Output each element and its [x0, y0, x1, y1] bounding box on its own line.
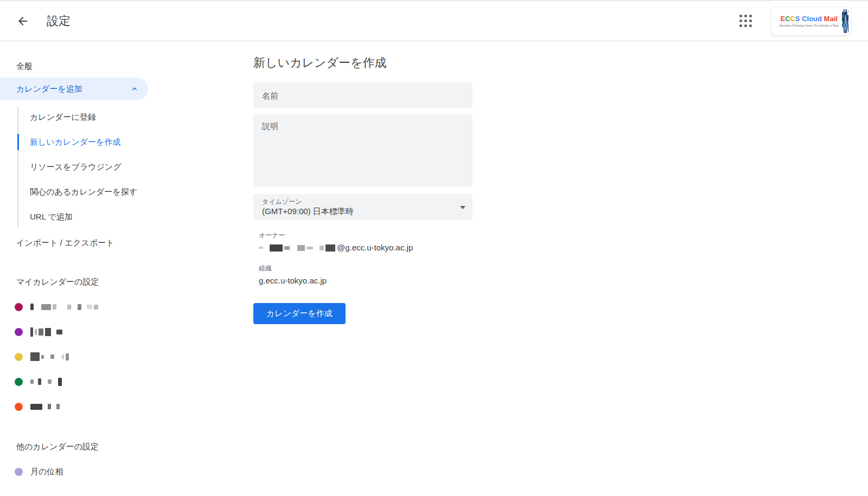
create-calendar-panel: 新しいカレンダーを作成 タイムゾーン (GMT+09:00) 日本標準時 オーナ…: [239, 41, 473, 484]
owner-block: オーナー @g.ecc.u-tokyo.ac.jp: [259, 231, 473, 254]
my-calendars-list: [0, 294, 239, 419]
owner-redacted-name: [259, 244, 337, 252]
organization-label: 組織: [259, 264, 473, 273]
calendar-description-input[interactable]: [253, 114, 473, 187]
other-calendars-list: 月の位相: [0, 459, 239, 484]
account-logo-card[interactable]: ECCS Cloud Mail Information Technology C…: [770, 7, 852, 36]
header: 設定 ECCS Cloud Mail Information Technolog…: [0, 0, 868, 41]
timezone-value: (GMT+09:00) 日本標準時: [262, 205, 464, 217]
back-button[interactable]: [12, 10, 34, 32]
avatar[interactable]: [842, 9, 848, 33]
dropdown-caret-icon: [460, 206, 465, 209]
eccs-logo: ECCS Cloud Mail Information Technology C…: [776, 15, 842, 27]
add-calendar-label: カレンダーを追加: [16, 84, 82, 94]
logo-letter: Cloud: [800, 15, 822, 23]
my-calendar-row-3[interactable]: [0, 369, 239, 394]
sidebar-item-add-calendar[interactable]: カレンダーを追加: [0, 78, 148, 100]
settings-sidebar: 全般 カレンダーを追加 カレンダーに登録新しいカレンダーを作成リソースをブラウジ…: [0, 41, 239, 484]
chevron-up-icon: [131, 85, 138, 93]
submenu-item-2[interactable]: リソースをブラウジング: [0, 154, 157, 179]
eccs-logo-title: ECCS Cloud Mail: [776, 15, 842, 23]
other-calendar-row-0[interactable]: 月の位相: [0, 459, 239, 484]
add-calendar-submenu: カレンダーに登録新しいカレンダーを作成リソースをブラウジング関心のあるカレンダー…: [0, 105, 239, 229]
calendar-color-dot: [15, 353, 23, 361]
my-calendar-row-1[interactable]: [0, 319, 239, 344]
logo-letter: Mail: [822, 15, 838, 23]
owner-label: オーナー: [259, 231, 473, 240]
calendar-redacted-name: [30, 327, 64, 337]
other-calendars-header: 他のカレンダーの設定: [0, 434, 239, 459]
my-calendar-row-2[interactable]: [0, 344, 239, 369]
sidebar-item-general[interactable]: 全般: [0, 55, 239, 78]
calendar-color-dot: [15, 303, 23, 311]
owner-domain: @g.ecc.u-tokyo.ac.jp: [337, 241, 413, 254]
submenu-item-3[interactable]: 関心のあるカレンダーを探す: [0, 179, 157, 204]
calendar-redacted-name: [30, 352, 71, 361]
timezone-select[interactable]: タイムゾーン (GMT+09:00) 日本標準時: [253, 194, 473, 220]
submenu-item-1[interactable]: 新しいカレンダーを作成: [0, 130, 157, 154]
calendar-label: 月の位相: [30, 467, 63, 477]
calendar-name-input[interactable]: [253, 82, 473, 108]
eccs-logo-subtitle: Information Technology Center, The Unive…: [779, 24, 839, 27]
timezone-label: タイムゾーン: [262, 198, 464, 205]
my-calendar-row-0[interactable]: [0, 294, 239, 319]
google-apps-button[interactable]: [735, 10, 756, 32]
calendar-redacted-name: [30, 404, 61, 410]
logo-letter: S: [795, 15, 800, 23]
logo-letter: C: [790, 15, 795, 23]
sidebar-item-import-export[interactable]: インポート / エクスポート: [0, 230, 239, 255]
my-calendar-row-4[interactable]: [0, 394, 239, 419]
arrow-left-icon: [16, 15, 29, 28]
create-calendar-button[interactable]: カレンダーを作成: [253, 303, 346, 324]
form-title: 新しいカレンダーを作成: [253, 55, 473, 71]
logo-letter: E: [780, 15, 785, 23]
organization-value: g.ecc.u-tokyo.ac.jp: [259, 274, 473, 287]
page-title: 設定: [47, 13, 71, 29]
apps-grid-icon: [739, 15, 752, 27]
organization-block: 組織 g.ecc.u-tokyo.ac.jp: [259, 264, 473, 287]
submenu-item-0[interactable]: カレンダーに登録: [0, 105, 157, 130]
calendar-color-dot: [15, 328, 23, 336]
submenu-item-4[interactable]: URL で追加: [0, 204, 157, 229]
my-calendars-header: マイカレンダーの設定: [0, 269, 239, 294]
calendar-color-dot: [15, 378, 23, 386]
calendar-redacted-name: [30, 378, 63, 386]
calendar-redacted-name: [30, 304, 100, 310]
calendar-color-dot: [15, 468, 23, 476]
calendar-color-dot: [15, 403, 23, 411]
